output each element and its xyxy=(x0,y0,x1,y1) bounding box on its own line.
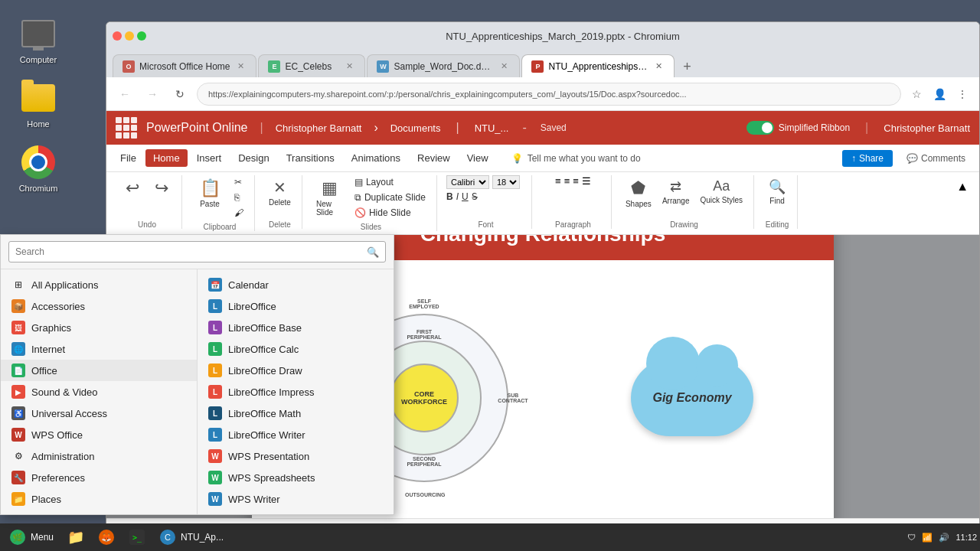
quick-styles-button[interactable]: Aa Quick Styles xyxy=(695,175,747,207)
menu-item-preferences[interactable]: 🔧 Preferences xyxy=(1,467,197,488)
copy-button[interactable]: ⎘ xyxy=(230,191,248,204)
taskbar-ntu[interactable]: C NTU_Ap... xyxy=(153,526,230,549)
tab-word-doc[interactable]: W Sample_Word_Doc.docx ✕ xyxy=(367,54,520,77)
new-tab-button[interactable]: + xyxy=(676,56,697,77)
tab-close-office[interactable]: ✕ xyxy=(234,60,247,73)
menu-item-accessories[interactable]: 📦 Accessories xyxy=(1,295,197,317)
layout-icon: ▤ xyxy=(354,177,363,187)
tab-microsoft-office[interactable]: O Microsoft Office Home ✕ xyxy=(113,54,256,77)
align-right-button[interactable]: ≡ xyxy=(573,175,579,187)
waffle-icon[interactable] xyxy=(116,117,137,139)
menu-item-libreoffice-calc[interactable]: L LibreOffice Calc xyxy=(198,338,394,360)
menu-item-wps-office[interactable]: W WPS Office xyxy=(1,424,197,445)
shapes-button[interactable]: ⬟ Shapes xyxy=(621,175,656,211)
menu-item-all-apps[interactable]: ⊞ All Applications xyxy=(1,274,197,295)
font-family-select[interactable]: Calibri xyxy=(446,175,489,189)
menu-item-wps-spreadsheets[interactable]: W WPS Spreadsheets xyxy=(198,467,394,488)
calendar-icon: 📅 xyxy=(208,278,222,292)
menu-view[interactable]: View xyxy=(459,149,496,167)
simplified-ribbon-toggle[interactable]: Simplified Ribbon xyxy=(746,121,850,135)
address-input[interactable]: https://explainingcomputers-my.sharepoin… xyxy=(197,83,901,106)
underline-button[interactable]: U xyxy=(462,191,469,202)
settings-icon[interactable]: ⋮ xyxy=(953,85,972,103)
delete-button[interactable]: ✕ Delete xyxy=(264,175,296,210)
menu-item-office[interactable]: 📄 Office xyxy=(1,360,197,381)
taskbar-files[interactable]: 📁 xyxy=(61,526,90,549)
menu-item-wps-presentation[interactable]: W WPS Presentation xyxy=(198,445,394,467)
menu-item-graphics[interactable]: 🖼 Graphics xyxy=(1,317,197,338)
ribbon-collapse-button[interactable]: ▲ xyxy=(952,175,973,198)
taskbar-firefox[interactable]: 🦊 xyxy=(92,526,121,549)
font-size-select[interactable]: 18 xyxy=(492,175,520,189)
tab-close-word[interactable]: ✕ xyxy=(498,60,510,73)
universal-access-icon: ♿ xyxy=(11,406,25,420)
cloud-shape: Gig Economy xyxy=(631,360,753,436)
reload-button[interactable]: ↻ xyxy=(169,83,191,105)
menu-transitions[interactable]: Transitions xyxy=(279,149,342,167)
bold-button[interactable]: B xyxy=(446,191,453,202)
align-left-button[interactable]: ≡ xyxy=(555,175,561,187)
bullets-button[interactable]: ☰ xyxy=(582,175,591,187)
layout-button[interactable]: ▤ Layout xyxy=(350,175,430,189)
menu-item-calendar[interactable]: 📅 Calendar xyxy=(198,274,394,295)
minimize-button[interactable] xyxy=(125,31,134,41)
window-title: NTU_Apprenticeships_March_2019.pptx - Ch… xyxy=(152,31,973,42)
new-slide-button[interactable]: ▦ New Slide xyxy=(312,175,348,220)
hide-slide-button[interactable]: 🚫 Hide Slide xyxy=(350,206,430,220)
libreoffice-math-icon: L xyxy=(208,406,222,420)
tab-ec-celebs[interactable]: E EC_Celebs ✕ xyxy=(258,54,365,77)
back-button[interactable]: ← xyxy=(114,83,136,105)
menu-item-libreoffice-draw[interactable]: L LibreOffice Draw xyxy=(198,360,394,381)
menu-design[interactable]: Design xyxy=(230,149,276,167)
tab-ntu[interactable]: P NTU_Apprenticeships_Marc... ✕ xyxy=(521,54,675,77)
menu-item-libreoffice-base[interactable]: L LibreOffice Base xyxy=(198,317,394,338)
menu-item-libreoffice-impress[interactable]: L LibreOffice Impress xyxy=(198,381,394,403)
menu-item-libreoffice-writer[interactable]: L LibreOffice Writer xyxy=(198,424,394,445)
bookmark-icon[interactable]: ☆ xyxy=(907,85,926,103)
menu-insert[interactable]: Insert xyxy=(189,149,230,167)
menu-item-libreoffice[interactable]: L LibreOffice xyxy=(198,295,394,317)
menu-file[interactable]: File xyxy=(113,149,144,167)
breadcrumb-user[interactable]: Christopher Barnatt xyxy=(276,122,362,134)
maximize-button[interactable] xyxy=(137,31,146,41)
desktop-icon-computer[interactable]: Computer xyxy=(8,15,69,64)
account-icon[interactable]: 👤 xyxy=(930,85,949,103)
arrange-button[interactable]: ⇄ Arrange xyxy=(658,175,694,208)
desktop-icon-home[interactable]: Home xyxy=(8,80,69,129)
close-button[interactable] xyxy=(113,31,122,41)
comments-button[interactable]: 💬 Comments xyxy=(899,150,973,167)
menu-item-administration[interactable]: ⚙ Administration xyxy=(1,445,197,467)
tab-close-ntu[interactable]: ✕ xyxy=(652,60,665,73)
breadcrumb-folder[interactable]: Documents xyxy=(390,122,441,134)
strikethrough-button[interactable]: S̶ xyxy=(472,191,478,202)
menu-review[interactable]: Review xyxy=(410,149,458,167)
tab-close-ec[interactable]: ✕ xyxy=(343,60,355,73)
search-input[interactable] xyxy=(15,246,367,257)
computer-label: Computer xyxy=(20,55,57,64)
share-button[interactable]: ↑ Share xyxy=(842,150,893,167)
menu-item-wps-writer[interactable]: W WPS Writer xyxy=(198,488,394,510)
toggle-switch[interactable] xyxy=(746,121,774,135)
tell-me-input[interactable]: 💡 Tell me what you want to do xyxy=(504,150,648,167)
undo-button[interactable]: ↩ xyxy=(119,175,146,201)
paste-button[interactable]: 📋 Paste xyxy=(191,175,228,211)
arrange-label: Arrange xyxy=(662,197,690,205)
menu-item-sound-video[interactable]: ▶ Sound & Video xyxy=(1,381,197,403)
find-button[interactable]: 🔍 Find xyxy=(763,175,791,208)
cut-button[interactable]: ✂ xyxy=(230,175,248,189)
menu-animations[interactable]: Animations xyxy=(344,149,408,167)
menu-item-libreoffice-math[interactable]: L LibreOffice Math xyxy=(198,403,394,424)
format-painter-button[interactable]: 🖌 xyxy=(230,206,248,220)
redo-button[interactable]: ↪ xyxy=(148,175,175,201)
menu-item-universal-access[interactable]: ♿ Universal Access xyxy=(1,403,197,424)
menu-home[interactable]: Home xyxy=(145,149,188,167)
duplicate-slide-button[interactable]: ⧉ Duplicate Slide xyxy=(350,191,430,204)
italic-button[interactable]: I xyxy=(456,191,459,202)
align-center-button[interactable]: ≡ xyxy=(564,175,570,187)
taskbar-terminal[interactable]: >_ xyxy=(122,526,152,549)
menu-item-internet[interactable]: 🌐 Internet xyxy=(1,338,197,360)
forward-button[interactable]: → xyxy=(142,83,163,105)
taskbar-menu[interactable]: 🌿 Menu xyxy=(3,526,60,549)
desktop-icon-chromium[interactable]: Chromium xyxy=(8,144,69,193)
menu-item-places[interactable]: 📁 Places xyxy=(1,488,197,510)
